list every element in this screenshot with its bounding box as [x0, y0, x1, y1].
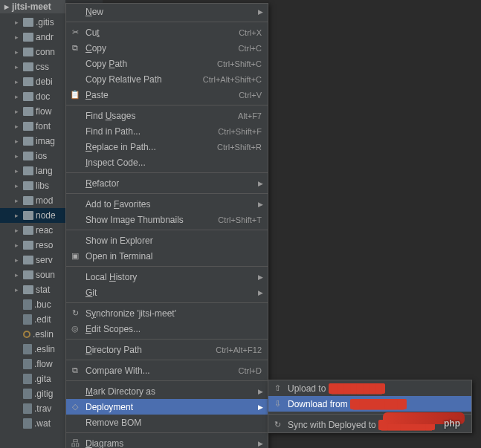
- menu-item[interactable]: Show in Explorer: [66, 233, 268, 248]
- tree-item-label: node: [36, 210, 56, 221]
- tree-item[interactable]: ▸serv: [0, 253, 65, 267]
- menu-label: Show in Explorer: [85, 236, 262, 246]
- submenu-arrow-icon: ▶: [258, 201, 263, 208]
- folder-icon: [23, 256, 33, 264]
- tree-item[interactable]: ▸debi: [0, 74, 65, 89]
- tree-item[interactable]: .gitig: [0, 386, 65, 401]
- tree-item-label: andr: [36, 32, 54, 42]
- tree-item[interactable]: ▸css: [0, 59, 65, 74]
- tree-item[interactable]: ▸.gitis: [0, 15, 65, 30]
- folder-icon: [23, 18, 33, 27]
- menu-item[interactable]: New▶: [66, 4, 268, 19]
- menu-label: Remove BOM: [85, 418, 262, 428]
- menu-label: Cut: [85, 27, 239, 38]
- tree-item-label: stat: [36, 285, 50, 295]
- tree-item[interactable]: .edit: [0, 312, 65, 327]
- menu-item[interactable]: Mark Directory as▶: [66, 383, 268, 399]
- menu-label: Refactor: [85, 178, 262, 189]
- tree-item[interactable]: ▸lang: [0, 163, 65, 178]
- menu-item[interactable]: Refactor▶: [66, 175, 268, 191]
- tree-item[interactable]: ▸soun: [0, 267, 65, 282]
- menu-shortcut: Ctrl+D: [239, 366, 262, 375]
- menu-item[interactable]: Show Image ThumbnailsCtrl+Shift+T: [66, 212, 268, 227]
- tree-item[interactable]: ▸reac: [0, 223, 65, 238]
- menu-label: Paste: [85, 90, 239, 100]
- menu-item[interactable]: Local History▶: [66, 269, 268, 285]
- tree-item[interactable]: .eslin: [0, 342, 65, 357]
- tree-item-label: font: [36, 121, 51, 132]
- folder-icon: [23, 166, 33, 175]
- menu-item[interactable]: 📋PasteCtrl+V: [66, 87, 268, 103]
- tree-item[interactable]: .eslin: [0, 327, 65, 342]
- tree-item-label: .gitig: [34, 389, 53, 399]
- folder-icon: [23, 33, 33, 42]
- tree-item[interactable]: ▸doc: [0, 89, 65, 104]
- menu-item[interactable]: ◎Edit Scopes...: [66, 321, 268, 337]
- menu-item[interactable]: Inspect Code...: [66, 155, 268, 170]
- folder-icon: [23, 241, 33, 250]
- tree-item[interactable]: ▸conn: [0, 45, 65, 59]
- folder-icon: [23, 226, 33, 235]
- menu-label: Diagrams: [85, 438, 262, 449]
- submenu-item[interactable]: ⇧Upload to ████████: [268, 380, 471, 396]
- tree-item[interactable]: ▸imag: [0, 134, 65, 149]
- menu-item[interactable]: Directory PathCtrl+Alt+F12: [66, 342, 268, 357]
- submenu-label: Upload to ████████: [288, 383, 385, 394]
- menu-item[interactable]: ✂CutCtrl+X: [66, 25, 268, 40]
- menu-item[interactable]: ⧉Compare With...Ctrl+D: [66, 363, 268, 378]
- menu-label: New: [85, 7, 262, 17]
- menu-item[interactable]: Find UsagesAlt+F7: [66, 108, 268, 123]
- menu-label: Directory Path: [85, 345, 216, 355]
- tree-item[interactable]: ▸stat: [0, 282, 65, 297]
- tree-item[interactable]: .gita: [0, 371, 65, 386]
- menu-item[interactable]: Copy Relative PathCtrl+Alt+Shift+C: [66, 71, 268, 87]
- menu-item[interactable]: Find in Path...Ctrl+Shift+F: [66, 123, 268, 139]
- tree-item[interactable]: .wat: [0, 416, 65, 431]
- tree-item-label: .gitis: [36, 17, 54, 27]
- menu-icon: ✂: [70, 27, 80, 37]
- menu-item[interactable]: ◇Deployment▶: [66, 399, 268, 415]
- file-icon: [23, 344, 32, 354]
- menu-label: Copy Relative Path: [85, 74, 203, 85]
- tree-item-label: reac: [36, 225, 53, 236]
- menu-item[interactable]: Remove BOM: [66, 415, 268, 430]
- submenu-label: Download from ████████: [288, 399, 407, 409]
- menu-icon: ◇: [70, 402, 80, 412]
- menu-item[interactable]: ⧉CopyCtrl+C: [66, 40, 268, 56]
- project-icon: ▸: [4, 1, 9, 12]
- menu-item[interactable]: 品Diagrams▶: [66, 435, 268, 448]
- tree-item[interactable]: ▸reso: [0, 238, 65, 253]
- folder-icon: [23, 196, 33, 205]
- tree-item-label: libs: [36, 181, 49, 191]
- menu-item[interactable]: Git▶: [66, 285, 268, 300]
- tree-item[interactable]: ▸font: [0, 119, 65, 134]
- menu-item[interactable]: Replace in Path...Ctrl+Shift+R: [66, 139, 268, 155]
- menu-item[interactable]: Copy PathCtrl+Shift+C: [66, 56, 268, 71]
- submenu-arrow-icon: ▶: [258, 273, 263, 281]
- folder-icon: [23, 285, 33, 294]
- tree-item[interactable]: ▸ios: [0, 149, 65, 163]
- tree-item[interactable]: .trav: [0, 401, 65, 416]
- submenu-item[interactable]: ⇩Download from ████████: [268, 396, 471, 412]
- tree-item[interactable]: ▸flow: [0, 104, 65, 119]
- project-name: jitsi-meet: [12, 1, 51, 12]
- tree-item[interactable]: ▸node: [0, 208, 65, 223]
- menu-label: Find Usages: [85, 111, 238, 121]
- menu-label: Inspect Code...: [85, 158, 262, 168]
- menu-item[interactable]: ↻Synchronize 'jitsi-meet': [66, 305, 268, 321]
- tree-item[interactable]: ▸libs: [0, 178, 65, 193]
- menu-item[interactable]: ▣Open in Terminal: [66, 248, 268, 264]
- menu-shortcut: Ctrl+Shift+F: [218, 127, 262, 136]
- menu-shortcut: Ctrl+V: [239, 91, 262, 100]
- menu-label: Add to Favorites: [85, 199, 262, 210]
- tree-item-label: conn: [36, 47, 55, 57]
- menu-item[interactable]: Add to Favorites▶: [66, 196, 268, 212]
- menu-icon: 品: [70, 438, 80, 448]
- tree-item[interactable]: ▸andr: [0, 30, 65, 45]
- project-header[interactable]: ▸ jitsi-meet: [0, 0, 65, 13]
- tree-item[interactable]: ▸mod: [0, 193, 65, 208]
- tree-item[interactable]: .buc: [0, 297, 65, 312]
- tree-item[interactable]: .flow: [0, 357, 65, 371]
- folder-icon: [23, 181, 33, 190]
- menu-shortcut: Ctrl+Shift+R: [217, 143, 262, 152]
